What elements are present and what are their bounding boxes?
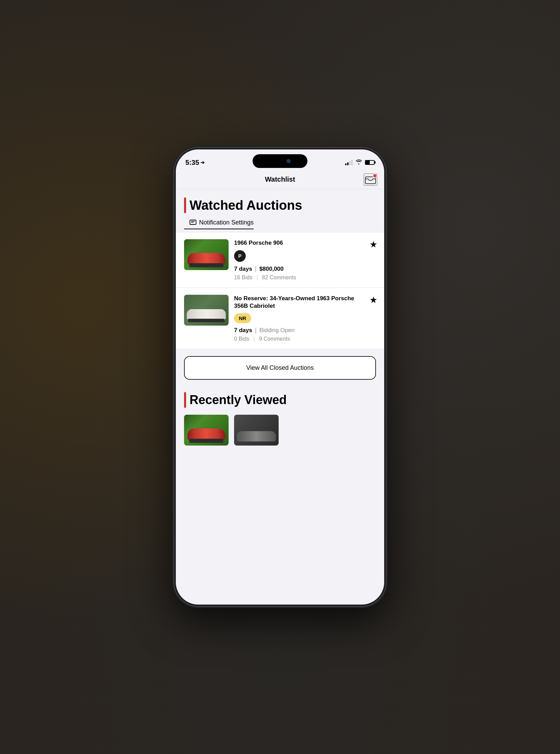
auction-stats: 16 Bids | 82 Comments: [234, 275, 376, 281]
signal-bar-2: [347, 162, 349, 165]
auction-thumbnail: [184, 295, 229, 326]
inbox-icon-wrap: [365, 175, 376, 184]
auction-title: 1966 Porsche 906: [234, 239, 376, 247]
status-time: 5:35 ➔: [185, 159, 205, 167]
auction-meta: 7 days | $800,000: [234, 265, 376, 272]
badge-p: P: [234, 250, 246, 262]
auction-status: Bidding Open: [259, 327, 295, 334]
location-arrow-icon: ➔: [200, 160, 205, 165]
wifi-icon: [355, 159, 362, 166]
stats-divider: |: [256, 275, 258, 281]
car-image-porsche-906: [184, 239, 229, 270]
comment-count: 9 Comments: [259, 336, 290, 342]
screen: 5:35 ➔: [176, 149, 384, 605]
status-bar: 5:35 ➔: [176, 149, 384, 170]
car-image-porsche-356b: [184, 295, 229, 326]
rv-car-thumb-1[interactable]: [184, 415, 229, 446]
bid-count: 16 Bids: [234, 275, 252, 281]
dynamic-island: [253, 154, 307, 168]
notification-settings-label: Notification Settings: [199, 219, 254, 226]
watched-auctions-title: Watched Auctions: [190, 198, 302, 213]
red-accent-bar-2: [184, 392, 186, 408]
watchlist-star-button[interactable]: ★: [369, 239, 377, 250]
auction-stats: 0 Bids | 9 Comments: [234, 336, 376, 342]
recently-viewed-title: Recently Viewed: [190, 393, 287, 407]
status-icons: [345, 159, 375, 166]
rv-car-image-1: [184, 415, 229, 446]
auction-price: $800,000: [259, 266, 284, 272]
signal-bar-4: [351, 160, 353, 165]
badge-nr: NR: [234, 313, 251, 323]
watchlist-star-button[interactable]: ★: [369, 295, 377, 305]
auction-item[interactable]: 1966 Porsche 906 P 7 days | $800,000 16 …: [176, 232, 384, 288]
signal-bar-1: [345, 163, 346, 165]
signal-bars-icon: [345, 160, 353, 165]
auction-info: 1966 Porsche 906 P 7 days | $800,000 16 …: [234, 239, 376, 281]
rv-car-image-2: [234, 415, 279, 446]
bid-count: 0 Bids: [234, 336, 249, 342]
auction-item[interactable]: No Reserve: 34-Years-Owned 1963 Porsche …: [176, 288, 384, 349]
time-label: 5:35: [185, 159, 199, 167]
red-accent-bar: [184, 197, 186, 213]
comment-count: 82 Comments: [262, 275, 296, 281]
auction-thumbnail: [184, 239, 229, 270]
page-title: Watchlist: [265, 175, 295, 183]
auction-badges: P: [234, 250, 376, 262]
watched-auctions-header: Watched Auctions Notification Settings: [176, 189, 384, 232]
notification-settings-link[interactable]: Notification Settings: [184, 217, 254, 229]
auction-meta: 7 days | Bidding Open: [234, 327, 376, 334]
section-title-row: Watched Auctions: [184, 197, 376, 213]
recently-viewed-header: Recently Viewed: [176, 387, 384, 411]
auction-badges: NR: [234, 313, 376, 323]
meta-divider: |: [255, 265, 257, 272]
signal-bar-3: [349, 161, 351, 165]
auction-days: 7 days: [234, 327, 252, 334]
auction-days: 7 days: [234, 266, 252, 272]
content-scroll[interactable]: Watched Auctions Notification Settings: [176, 189, 384, 605]
recently-viewed-title-row: Recently Viewed: [184, 392, 376, 408]
phone-frame: 5:35 ➔: [174, 147, 386, 607]
meta-divider: |: [255, 327, 257, 334]
battery-icon: [365, 160, 375, 165]
rv-car-thumb-2[interactable]: [234, 415, 279, 446]
nav-bar: Watchlist: [176, 170, 384, 189]
view-all-closed-button[interactable]: View All Closed Auctions: [184, 356, 376, 380]
notif-settings-icon: [190, 219, 196, 227]
notifications-button[interactable]: [364, 173, 377, 186]
camera-dot: [287, 159, 291, 163]
auction-title: No Reserve: 34-Years-Owned 1963 Porsche …: [234, 295, 376, 310]
battery-fill: [366, 161, 370, 164]
stats-divider: |: [253, 336, 255, 342]
notification-badge: [373, 173, 377, 178]
auction-info: No Reserve: 34-Years-Owned 1963 Porsche …: [234, 295, 376, 342]
recently-viewed-cars[interactable]: [176, 411, 384, 450]
auction-list: 1966 Porsche 906 P 7 days | $800,000 16 …: [176, 232, 384, 349]
